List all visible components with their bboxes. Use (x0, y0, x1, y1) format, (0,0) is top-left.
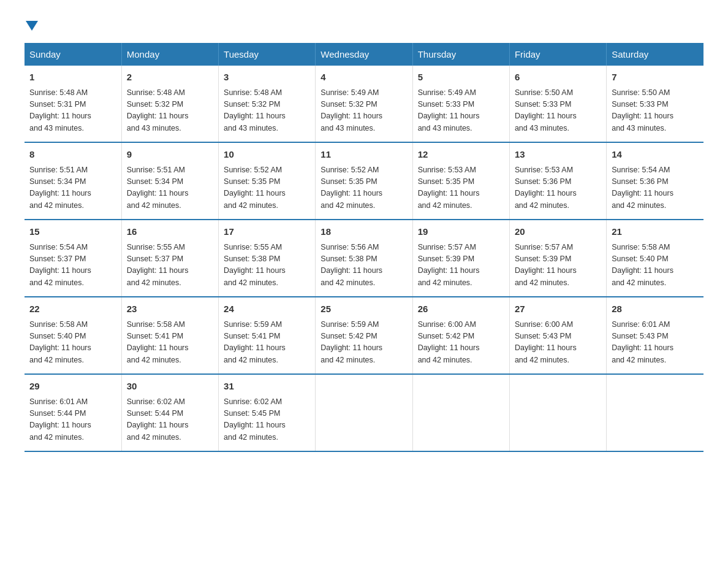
logo-arrow-icon (26, 21, 38, 31)
calendar-week-row: 8Sunrise: 5:51 AMSunset: 5:34 PMDaylight… (25, 142, 703, 220)
calendar-cell: 11Sunrise: 5:52 AMSunset: 5:35 PMDayligh… (316, 142, 412, 220)
weekday-header-monday: Monday (121, 43, 218, 66)
calendar-cell: 29Sunrise: 6:01 AMSunset: 5:44 PMDayligh… (25, 374, 121, 451)
calendar-cell: 14Sunrise: 5:54 AMSunset: 5:36 PMDayligh… (607, 142, 703, 220)
calendar-week-row: 15Sunrise: 5:54 AMSunset: 5:37 PMDayligh… (25, 220, 703, 297)
day-number: 13 (515, 148, 601, 162)
calendar-body: 1Sunrise: 5:48 AMSunset: 5:31 PMDaylight… (25, 66, 703, 451)
day-number: 14 (612, 148, 699, 162)
day-number: 23 (127, 302, 213, 316)
day-number: 1 (29, 71, 116, 85)
calendar-cell: 15Sunrise: 5:54 AMSunset: 5:37 PMDayligh… (25, 220, 121, 297)
calendar-cell: 21Sunrise: 5:58 AMSunset: 5:40 PMDayligh… (607, 220, 703, 297)
day-info: Sunrise: 6:02 AMSunset: 5:45 PMDaylight:… (224, 396, 310, 444)
day-info: Sunrise: 6:00 AMSunset: 5:42 PMDaylight:… (418, 319, 504, 367)
calendar-week-row: 29Sunrise: 6:01 AMSunset: 5:44 PMDayligh… (25, 374, 703, 451)
day-info: Sunrise: 5:48 AMSunset: 5:31 PMDaylight:… (29, 87, 116, 135)
day-number: 27 (515, 302, 601, 316)
day-number: 30 (127, 380, 213, 394)
calendar-cell: 28Sunrise: 6:01 AMSunset: 5:43 PMDayligh… (607, 297, 703, 374)
calendar-cell: 9Sunrise: 5:51 AMSunset: 5:34 PMDaylight… (121, 142, 218, 220)
day-info: Sunrise: 5:58 AMSunset: 5:40 PMDaylight:… (612, 242, 699, 289)
day-info: Sunrise: 6:02 AMSunset: 5:44 PMDaylight:… (127, 396, 213, 444)
logo (25, 18, 38, 31)
calendar-cell: 30Sunrise: 6:02 AMSunset: 5:44 PMDayligh… (121, 374, 218, 451)
day-number: 4 (320, 71, 407, 85)
calendar-cell: 23Sunrise: 5:58 AMSunset: 5:41 PMDayligh… (121, 297, 218, 374)
day-info: Sunrise: 5:57 AMSunset: 5:39 PMDaylight:… (515, 242, 601, 289)
day-info: Sunrise: 5:54 AMSunset: 5:36 PMDaylight:… (612, 164, 699, 212)
day-number: 25 (320, 302, 407, 316)
day-info: Sunrise: 6:01 AMSunset: 5:44 PMDaylight:… (29, 396, 116, 444)
day-number: 16 (127, 225, 213, 239)
day-number: 28 (612, 302, 699, 316)
calendar-cell: 25Sunrise: 5:59 AMSunset: 5:42 PMDayligh… (316, 297, 412, 374)
day-number: 7 (612, 71, 699, 85)
calendar-cell: 31Sunrise: 6:02 AMSunset: 5:45 PMDayligh… (219, 374, 316, 451)
calendar-cell: 1Sunrise: 5:48 AMSunset: 5:31 PMDaylight… (25, 66, 121, 142)
day-number: 22 (29, 302, 116, 316)
day-number: 15 (29, 225, 116, 239)
day-info: Sunrise: 5:48 AMSunset: 5:32 PMDaylight:… (224, 87, 310, 135)
day-info: Sunrise: 5:58 AMSunset: 5:41 PMDaylight:… (127, 319, 213, 367)
calendar-cell: 13Sunrise: 5:53 AMSunset: 5:36 PMDayligh… (509, 142, 606, 220)
day-info: Sunrise: 6:01 AMSunset: 5:43 PMDaylight:… (612, 319, 699, 367)
day-info: Sunrise: 5:49 AMSunset: 5:33 PMDaylight:… (418, 87, 504, 135)
day-info: Sunrise: 5:48 AMSunset: 5:32 PMDaylight:… (127, 87, 213, 135)
calendar-cell: 6Sunrise: 5:50 AMSunset: 5:33 PMDaylight… (509, 66, 606, 142)
calendar-table: SundayMondayTuesdayWednesdayThursdayFrid… (25, 43, 703, 452)
calendar-header: SundayMondayTuesdayWednesdayThursdayFrid… (25, 43, 703, 66)
day-info: Sunrise: 5:53 AMSunset: 5:36 PMDaylight:… (515, 164, 601, 212)
weekday-header-row: SundayMondayTuesdayWednesdayThursdayFrid… (25, 43, 703, 66)
calendar-cell: 12Sunrise: 5:53 AMSunset: 5:35 PMDayligh… (412, 142, 509, 220)
day-info: Sunrise: 5:56 AMSunset: 5:38 PMDaylight:… (320, 242, 407, 289)
day-number: 6 (515, 71, 601, 85)
day-info: Sunrise: 5:55 AMSunset: 5:38 PMDaylight:… (224, 242, 310, 289)
day-info: Sunrise: 5:58 AMSunset: 5:40 PMDaylight:… (29, 319, 116, 367)
day-number: 9 (127, 148, 213, 162)
day-info: Sunrise: 5:53 AMSunset: 5:35 PMDaylight:… (418, 164, 504, 212)
day-number: 8 (29, 148, 116, 162)
calendar-cell: 4Sunrise: 5:49 AMSunset: 5:32 PMDaylight… (316, 66, 412, 142)
weekday-header-friday: Friday (509, 43, 606, 66)
day-info: Sunrise: 5:51 AMSunset: 5:34 PMDaylight:… (127, 164, 213, 212)
day-info: Sunrise: 5:49 AMSunset: 5:32 PMDaylight:… (320, 87, 407, 135)
calendar-cell: 5Sunrise: 5:49 AMSunset: 5:33 PMDaylight… (412, 66, 509, 142)
day-number: 24 (224, 302, 310, 316)
day-info: Sunrise: 5:54 AMSunset: 5:37 PMDaylight:… (29, 242, 116, 289)
calendar-cell (316, 374, 412, 451)
day-info: Sunrise: 6:00 AMSunset: 5:43 PMDaylight:… (515, 319, 601, 367)
weekday-header-sunday: Sunday (25, 43, 121, 66)
calendar-cell: 24Sunrise: 5:59 AMSunset: 5:41 PMDayligh… (219, 297, 316, 374)
page-header (25, 18, 703, 31)
day-number: 20 (515, 225, 601, 239)
day-number: 18 (320, 225, 407, 239)
calendar-cell (607, 374, 703, 451)
day-number: 29 (29, 380, 116, 394)
day-number: 26 (418, 302, 504, 316)
day-info: Sunrise: 5:59 AMSunset: 5:42 PMDaylight:… (320, 319, 407, 367)
day-info: Sunrise: 5:57 AMSunset: 5:39 PMDaylight:… (418, 242, 504, 289)
day-number: 10 (224, 148, 310, 162)
weekday-header-wednesday: Wednesday (316, 43, 412, 66)
day-info: Sunrise: 5:52 AMSunset: 5:35 PMDaylight:… (224, 164, 310, 212)
calendar-cell: 10Sunrise: 5:52 AMSunset: 5:35 PMDayligh… (219, 142, 316, 220)
calendar-cell: 2Sunrise: 5:48 AMSunset: 5:32 PMDaylight… (121, 66, 218, 142)
calendar-cell: 17Sunrise: 5:55 AMSunset: 5:38 PMDayligh… (219, 220, 316, 297)
calendar-cell: 20Sunrise: 5:57 AMSunset: 5:39 PMDayligh… (509, 220, 606, 297)
calendar-cell: 26Sunrise: 6:00 AMSunset: 5:42 PMDayligh… (412, 297, 509, 374)
day-number: 5 (418, 71, 504, 85)
day-number: 2 (127, 71, 213, 85)
day-info: Sunrise: 5:55 AMSunset: 5:37 PMDaylight:… (127, 242, 213, 289)
day-number: 11 (320, 148, 407, 162)
calendar-cell: 19Sunrise: 5:57 AMSunset: 5:39 PMDayligh… (412, 220, 509, 297)
day-info: Sunrise: 5:50 AMSunset: 5:33 PMDaylight:… (515, 87, 601, 135)
calendar-cell: 8Sunrise: 5:51 AMSunset: 5:34 PMDaylight… (25, 142, 121, 220)
day-info: Sunrise: 5:51 AMSunset: 5:34 PMDaylight:… (29, 164, 116, 212)
day-info: Sunrise: 5:59 AMSunset: 5:41 PMDaylight:… (224, 319, 310, 367)
weekday-header-thursday: Thursday (412, 43, 509, 66)
calendar-cell: 7Sunrise: 5:50 AMSunset: 5:33 PMDaylight… (607, 66, 703, 142)
weekday-header-tuesday: Tuesday (219, 43, 316, 66)
day-number: 3 (224, 71, 310, 85)
calendar-week-row: 1Sunrise: 5:48 AMSunset: 5:31 PMDaylight… (25, 66, 703, 142)
